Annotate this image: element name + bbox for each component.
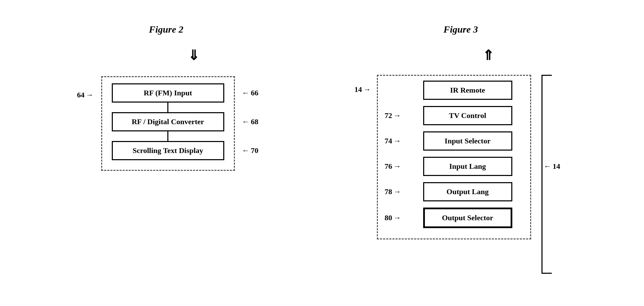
tv-control-box: TV Control: [423, 106, 512, 125]
fig3-tv-control-row: 72 → TV Control: [385, 106, 523, 125]
fig3-divider-1: [385, 100, 523, 106]
page: Figure 2 ⇓ 64 → RF (FM) Input ← 66: [0, 0, 644, 306]
fig2-connector-2: [167, 131, 168, 141]
scrolling-text-display-box: Scrolling Text Display: [112, 141, 224, 160]
ir-remote-box: IR Remote: [423, 81, 512, 100]
fig3-label-14-right: ← 14: [544, 162, 560, 171]
fig2-label-68: ← 68: [242, 117, 259, 126]
fig3-divider-2: [385, 125, 523, 131]
input-lang-box: Input Lang: [423, 157, 512, 176]
fig3-label-76: 76 →: [385, 162, 412, 171]
output-lang-box: Output Lang: [423, 182, 512, 201]
fig3-output-lang-row: 78 → Output Lang: [385, 182, 523, 201]
fig3-divider-4: [385, 176, 523, 182]
output-selector-box: Output Selector: [423, 208, 512, 228]
fig2-layout: 64 → RF (FM) Input ← 66 RF /: [77, 66, 255, 196]
fig2-label-70: ← 70: [242, 146, 259, 155]
fig2-connector-1: [167, 103, 168, 112]
fig2-dashed-box: RF (FM) Input ← 66 RF / Digital Converte…: [101, 76, 235, 171]
figure-2-title: Figure 2: [149, 24, 183, 35]
fig2-down-arrow: ⇓: [188, 49, 200, 62]
fig2-rf-digital-row: RF / Digital Converter ← 68: [112, 112, 224, 131]
fig3-ir-remote-row: IR Remote: [385, 81, 523, 100]
fig3-right-bracket: [531, 75, 542, 274]
fig2-scrolling-row: Scrolling Text Display ← 70: [112, 141, 224, 160]
fig3-up-arrow: ⇑: [482, 49, 494, 62]
fig3-label-72: 72 →: [385, 111, 412, 120]
fig3-label-74: 74 →: [385, 137, 412, 145]
rf-digital-converter-box: RF / Digital Converter: [112, 112, 224, 131]
fig3-label-78: 78 →: [385, 187, 412, 196]
rf-fm-input-box: RF (FM) Input: [112, 83, 224, 103]
fig3-input-lang-row: 76 → Input Lang: [385, 157, 523, 176]
input-selector-box: Input Selector: [423, 131, 512, 151]
fig3-input-selector-row: 74 → Input Selector: [385, 131, 523, 151]
figure-3: Figure 3 ⇑ 14 → IR Remote: [355, 24, 567, 306]
fig2-label-66: ← 66: [242, 89, 259, 97]
fig3-output-selector-row: 80 → Output Selector: [385, 208, 523, 228]
fig3-layout: 14 → IR Remote 72 →: [355, 66, 567, 306]
figure-2: Figure 2 ⇓ 64 → RF (FM) Input ← 66: [77, 24, 255, 196]
fig3-divider-3: [385, 151, 523, 157]
fig3-label-14-left: 14 →: [355, 85, 371, 94]
fig2-rf-fm-row: RF (FM) Input ← 66: [112, 83, 224, 103]
fig3-divider-5: [385, 201, 523, 208]
figure-3-title: Figure 3: [443, 24, 478, 35]
fig3-divider-6: [385, 228, 523, 232]
fig3-dashed-box: IR Remote 72 → TV Control: [377, 75, 531, 239]
fig3-label-80: 80 →: [385, 213, 412, 222]
fig2-label-64: 64 →: [77, 91, 94, 99]
